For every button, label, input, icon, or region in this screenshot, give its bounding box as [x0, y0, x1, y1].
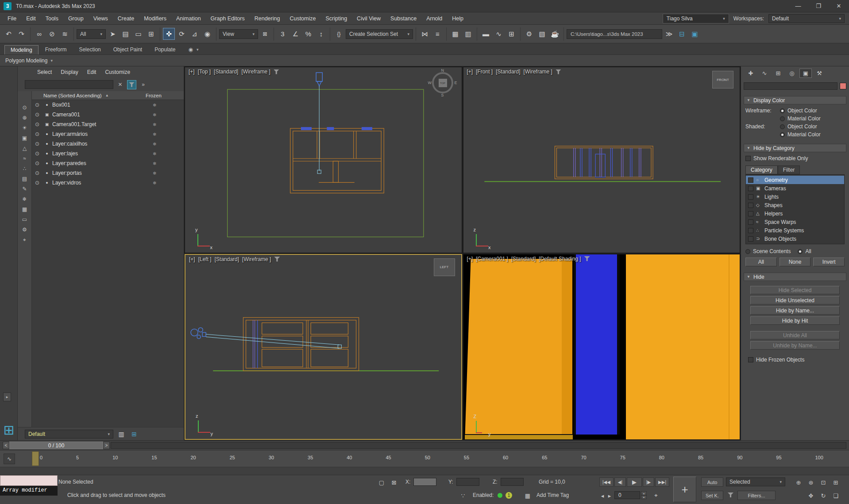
viewport-renderer-label[interactable]: [Standard] [511, 256, 536, 262]
ribbon-tab-object-paint[interactable]: Object Paint [108, 45, 148, 54]
frame-back-icon[interactable]: ◂ [599, 491, 606, 500]
motion-tab-icon[interactable]: ◎ [786, 69, 798, 78]
viewcube-compass[interactable]: N W E S TOP [429, 69, 456, 96]
tab-filter[interactable]: Filter [778, 165, 800, 174]
hierarchy-tab-icon[interactable]: ⊞ [772, 69, 784, 78]
display-helpers-icon[interactable]: △ [20, 144, 29, 152]
zoom-icon[interactable]: ⊕ [793, 478, 804, 487]
zoom-extents-icon[interactable]: ⊡ [818, 478, 829, 487]
camera-target[interactable] [338, 345, 341, 348]
object-name[interactable]: Layer:paredes [51, 160, 146, 166]
all-button[interactable]: All [745, 258, 777, 266]
viewport-view-label[interactable]: [Front ] [476, 69, 493, 75]
viewport-layouts-icon[interactable]: ⊟ [676, 28, 688, 40]
viewport-shading-label[interactable]: [Wireframe ] [242, 256, 271, 262]
orbit-icon[interactable]: ↻ [818, 491, 829, 500]
object-name-field[interactable] [744, 82, 837, 90]
select-and-place-icon[interactable]: ◉ [201, 28, 213, 40]
time-slider-track[interactable] [111, 442, 846, 449]
scene-explorer-row-layer-arm-rios[interactable]: ⊙●Layer:armários❄ [32, 129, 184, 139]
menu-scripting[interactable]: Scripting [320, 12, 352, 25]
viewport-menu-plus[interactable]: [+] [189, 69, 195, 75]
maximize-button[interactable]: ❐ [808, 0, 829, 12]
utilities-tab-icon[interactable]: ⚒ [813, 69, 826, 78]
abs-offset-toggle-icon[interactable]: ⌖ [651, 491, 661, 500]
frozen-filter-icon[interactable]: ❄ [20, 195, 29, 203]
mini-curve-editor-icon[interactable]: ∿ [4, 454, 15, 464]
more-tools-icon[interactable]: ≫ [663, 28, 675, 40]
render-production-icon[interactable]: ☕ [549, 28, 561, 40]
select-object-icon[interactable]: ➤ [107, 28, 119, 40]
visibility-eye-icon[interactable]: ⊙ [32, 180, 42, 186]
menu-civil-view[interactable]: Civil View [352, 12, 386, 25]
pan-icon[interactable]: ✥ [806, 491, 816, 500]
menu-substance[interactable]: Substance [386, 12, 421, 25]
named-selection-set-dropdown[interactable]: Create Selection Set ▾ [346, 29, 413, 39]
create-tab-icon[interactable]: ✚ [745, 69, 757, 78]
frozen-toggle-icon[interactable]: ❄ [146, 142, 184, 146]
auto-key-button[interactable]: Auto [701, 477, 723, 487]
menu-arnold[interactable]: Arnold [421, 12, 447, 25]
left-viewport-canvas[interactable] [185, 255, 461, 439]
category-checkbox[interactable] [748, 186, 753, 191]
visibility-eye-icon[interactable]: ⊙ [32, 160, 42, 166]
viewport-renderer-label[interactable]: [Standard] [496, 69, 520, 75]
curve-editor-icon[interactable]: ∿ [493, 28, 505, 40]
display-children-icon[interactable]: ⊕ [20, 114, 29, 122]
select-by-name-icon[interactable]: ▤ [120, 28, 131, 40]
menu-customize[interactable]: Customize [285, 12, 320, 25]
object-name[interactable]: Layer:portas [51, 170, 146, 176]
previous-frame-arrow[interactable]: < [3, 442, 9, 449]
key-filters-button[interactable]: Filters... [737, 491, 776, 500]
display-objects-icon[interactable]: ⊙ [20, 104, 29, 112]
invert-button[interactable]: Invert [813, 258, 845, 266]
display-materials-icon[interactable]: ▦ [20, 205, 29, 213]
viewport-view-label[interactable]: [Top ] [198, 69, 211, 75]
bind-to-space-warp-icon[interactable]: ≋ [59, 28, 71, 40]
spinner-up-icon[interactable]: ▴ [641, 491, 647, 495]
menu-customize[interactable]: Customize [100, 69, 135, 75]
toggle-layer-explorer-icon[interactable]: ▥ [462, 28, 474, 40]
frozen-toggle-icon[interactable]: ❄ [146, 151, 184, 156]
menu-rendering[interactable]: Rendering [250, 12, 285, 25]
visibility-eye-icon[interactable]: ⊙ [32, 121, 42, 127]
ribbon-tab-selection[interactable]: Selection [73, 45, 106, 54]
settings-icon[interactable]: ⚙ [20, 226, 29, 234]
modify-tab-icon[interactable]: ∿ [758, 69, 771, 78]
paw-icon[interactable]: ∵ [458, 491, 468, 500]
search-filter-icon[interactable] [127, 80, 136, 89]
show-renderable-only-checkbox[interactable]: Show Renderable Only [745, 155, 845, 162]
frozen-toggle-icon[interactable]: ❄ [146, 161, 184, 166]
window-crossing-icon[interactable]: ⊞ [145, 28, 157, 40]
set-keys-button[interactable]: + [673, 477, 696, 502]
category-checkbox[interactable] [748, 203, 753, 208]
next-frame-arrow[interactable]: > [103, 442, 110, 449]
visibility-eye-icon[interactable]: ⊙ [32, 141, 42, 147]
clear-search-icon[interactable]: ✕ [116, 80, 125, 89]
pick-parent-icon[interactable]: ⌖ [20, 236, 29, 244]
display-shapes-icon[interactable]: ▭ [20, 215, 29, 223]
hide-rollout-header[interactable]: ▼ Hide [744, 273, 846, 281]
category-checkbox[interactable] [748, 177, 753, 183]
menu-edit[interactable]: Edit [21, 12, 41, 25]
viewport-shading-label[interactable]: [Default Shading ] [539, 256, 581, 262]
top-viewport-canvas[interactable] [185, 67, 462, 253]
next-frame-button[interactable]: |▶ [643, 477, 654, 487]
hide-button-hide-by-name[interactable]: Hide by Name... [750, 306, 840, 315]
play-button[interactable]: ▶ [627, 477, 642, 487]
scene-explorer-row-layer-portas[interactable]: ⊙●Layer:portas❄ [32, 168, 184, 178]
menu-select[interactable]: Select [33, 69, 56, 75]
frozen-toggle-icon[interactable]: ❄ [146, 171, 184, 176]
viewport-front[interactable]: [+] [Front ] [Standard] [Wireframe ] [463, 67, 741, 253]
shaded-blue-door[interactable] [574, 254, 620, 435]
viewport-renderer-label[interactable]: [Standard] [215, 256, 239, 262]
reference-coordinate-dropdown[interactable]: View ▾ [219, 29, 258, 39]
selection-filter-dropdown[interactable]: All ▾ [77, 29, 106, 39]
scene-explorer-row-layer-lajes[interactable]: ⊙●Layer:lajes❄ [32, 149, 184, 158]
category-row-bone-objects[interactable]: ⊃Bone Objects [746, 235, 844, 243]
category-row-lights[interactable]: ☀Lights [746, 192, 844, 201]
viewport-menu-plus[interactable]: [+] [467, 256, 473, 262]
viewport-left[interactable]: [+] [Left ] [Standard] [Wireframe ] [185, 254, 462, 440]
compass-north[interactable]: N [441, 68, 444, 73]
shaded-wall-left[interactable] [465, 259, 572, 439]
